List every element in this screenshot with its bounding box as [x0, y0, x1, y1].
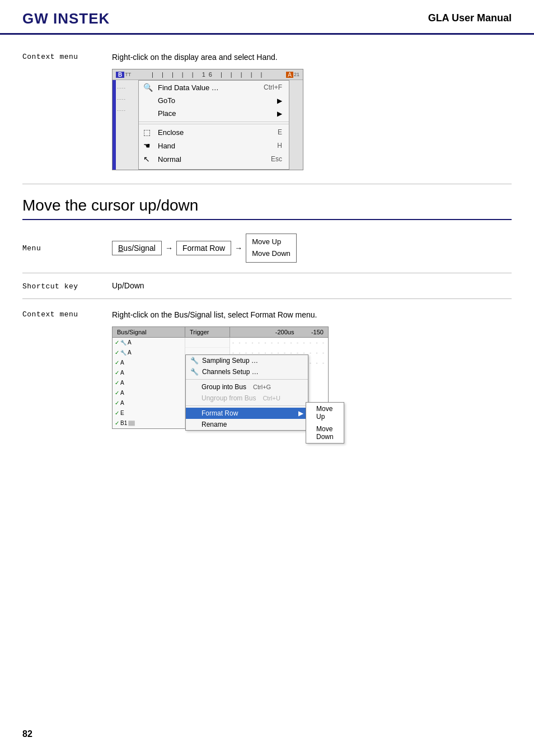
icon-1: 🔧 [120, 340, 127, 346]
sampling-icon: 🔧 [190, 357, 199, 365]
popup-ungroup[interactable]: Ungroup from Bus Ctrl+U [186, 393, 308, 404]
group-shortcut: Ctrl+G [253, 384, 271, 390]
menu-section-row: Menu Bus/Signal → Format Row → Move Up M… [22, 234, 512, 273]
signal-row-9[interactable]: ✓ B1 ▓▓ [113, 418, 185, 428]
col-time: -200us -150 [230, 327, 328, 337]
signal-row-1[interactable]: ✓ 🔧 A [113, 338, 185, 348]
menu-box-bussignal-u: B [118, 244, 123, 253]
check-4: ✓ [115, 370, 119, 376]
check-6: ✓ [115, 390, 119, 396]
find-icon: 🔍 [143, 83, 154, 92]
ungroup-shortcut: Ctrl+U [263, 395, 280, 402]
menu-box-bussignal[interactable]: Bus/Signal [112, 241, 162, 255]
check-3: ✓ [115, 360, 119, 366]
icon-2: 🔧 [120, 350, 127, 356]
trigger-row-1 [185, 338, 229, 348]
signal-row-2[interactable]: ✓ 🔧 A [113, 348, 185, 358]
timeline-ticks: | | | | | 16 | | | | | [131, 71, 286, 78]
signal-row-3[interactable]: ✓ A [113, 358, 185, 368]
table-header: Bus/Signal Trigger -200us -150 [113, 327, 328, 338]
check-5: ✓ [115, 380, 119, 386]
move-up-option[interactable]: Move Up [252, 236, 291, 248]
menu-path-content: Bus/Signal → Format Row → Move Up Move D… [112, 234, 512, 263]
popup-sep-2 [186, 405, 308, 406]
submenu-moveup[interactable]: Move Up [306, 403, 344, 423]
dashed-area: ------------ [116, 80, 138, 170]
logo: GW INSTEK [22, 10, 110, 27]
hand-icon: ☚ [143, 141, 154, 150]
menu-item-find-shortcut: Ctrl+F [264, 83, 282, 91]
popup-group[interactable]: Group into Bus Ctrl+G [186, 381, 308, 393]
enclose-icon: ⬚ [143, 128, 154, 137]
popup-sampling[interactable]: 🔧 Sampling Setup … [186, 355, 308, 366]
context-menu-section-top: Context menu Right-click on the display … [22, 52, 512, 184]
menu-item-normal[interactable]: ↖ Normal Esc [139, 152, 289, 166]
page-header: GW INSTEK GLA User Manual [0, 0, 534, 35]
row-5-name: A [120, 380, 124, 386]
timeline-a-sub: 21 [294, 72, 299, 77]
context-menu2-content: Right-click on the Bus/Signal list, sele… [112, 309, 512, 429]
signal-list: ✓ 🔧 A ✓ 🔧 A ✓ A [113, 338, 185, 428]
timeline-a-label: A [286, 72, 293, 78]
row-2-name: A [128, 349, 132, 356]
menu-label: Menu [22, 243, 112, 253]
row-7-name: A [120, 400, 124, 406]
page-content: Context menu Right-click on the display … [0, 35, 534, 461]
menu-item-place[interactable]: Place ▶ [139, 107, 289, 120]
menu-path: Bus/Signal → Format Row → Move Up Move D… [112, 234, 512, 263]
check-7: ✓ [115, 400, 119, 406]
signal-row-8[interactable]: ✓ E [113, 408, 185, 418]
menu-item-hand[interactable]: ☚ Hand H [139, 139, 289, 152]
table-body: ✓ 🔧 A ✓ 🔧 A ✓ A [113, 338, 328, 428]
hand-shortcut: H [277, 142, 282, 150]
signal-table-screenshot: Bus/Signal Trigger -200us -150 ✓ 🔧 A [112, 326, 329, 429]
signal-row-4[interactable]: ✓ A [113, 368, 185, 378]
check-2: ✓ [115, 349, 119, 356]
page-number: 82 [22, 729, 32, 739]
context-menu2-desc: Right-click on the Bus/Signal list, sele… [112, 309, 512, 321]
shortcut-text: Up/Down [112, 281, 144, 290]
popup-sampling-label: Sampling Setup … [202, 357, 258, 365]
check-1: ✓ [115, 339, 119, 346]
col-bussignal: Bus/Signal [113, 327, 185, 337]
shortcut-section-row: Shortcut key Up/Down [22, 273, 512, 299]
section-heading-cursor: Move the cursor up/down [22, 197, 512, 220]
channels-icon: 🔧 [190, 368, 199, 376]
context-menu-content: Right-click on the display area and sele… [112, 52, 512, 171]
popup-rename[interactable]: Rename [186, 419, 308, 430]
popup-rename-label: Rename [202, 421, 227, 428]
shortcut-label: Shortcut key [22, 281, 112, 291]
normal-shortcut: Esc [271, 155, 282, 163]
move-down-option[interactable]: Move Down [252, 248, 291, 260]
popup-formatrow[interactable]: Format Row ▶ [186, 408, 308, 419]
signal-row-6[interactable]: ✓ A [113, 388, 185, 398]
menu-item-find[interactable]: 🔍 Find Data Value … Ctrl+F [139, 81, 289, 94]
col-trigger: Trigger [185, 327, 230, 337]
popup-channels[interactable]: 🔧 Channels Setup … [186, 366, 308, 377]
timeline-tt: TT [125, 72, 131, 77]
row-9-name: B1 [120, 420, 127, 426]
manual-title: GLA User Manual [428, 10, 512, 24]
row-3-name: A [120, 360, 124, 366]
enclose-shortcut: E [278, 128, 282, 136]
menu-item-goto[interactable]: GoTo ▶ [139, 94, 289, 107]
row-1-name: A [128, 339, 132, 346]
row-4-name: A [120, 370, 124, 376]
context-menu-description: Right-click on the display area and sele… [112, 52, 512, 63]
signal-row-7[interactable]: ✓ A [113, 398, 185, 408]
menu-item-goto-label: GoTo [158, 96, 175, 105]
menu-arrow-2: → [235, 244, 242, 253]
menu-box-formatrow[interactable]: Format Row [176, 241, 231, 255]
context-menu2-label: Context menu [22, 309, 112, 319]
menu-arrow-1: → [165, 244, 173, 253]
signal-row-5[interactable]: ✓ A [113, 378, 185, 388]
context-popup-menu2: 🔧 Sampling Setup … 🔧 Channels Setup … Gr… [185, 354, 308, 431]
row-9-icon: ▓▓ [128, 421, 135, 426]
formatrow-submenu: Move Up Move Down [306, 402, 344, 444]
popup-sep-1 [186, 379, 308, 380]
menu-item-enclose-label: Enclose [158, 128, 184, 137]
menu-item-enclose[interactable]: ⬚ Enclose E [139, 124, 289, 139]
menu-separator-1 [139, 122, 289, 122]
submenu-movedown[interactable]: Move Down [306, 423, 344, 443]
menu-options-box: Move Up Move Down [246, 234, 297, 263]
